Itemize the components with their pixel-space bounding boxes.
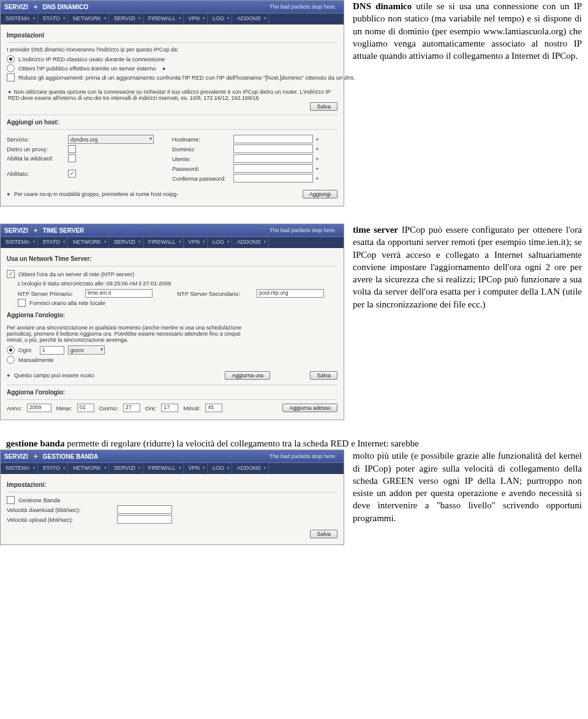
label-ore: Ore:: [145, 405, 156, 412]
aggiorna-adesso-button[interactable]: Aggiorna adesso: [282, 404, 337, 412]
menu-firewall[interactable]: FIREWALL: [143, 463, 184, 474]
menu-servizi[interactable]: SERVIZI: [109, 463, 143, 474]
fornisci-checkbox-row[interactable]: Fornisci orario alla rete locale: [7, 299, 337, 307]
save-button[interactable]: Salva: [310, 530, 337, 538]
menu-vpn[interactable]: VPN: [184, 13, 208, 24]
checkbox-icon[interactable]: [7, 73, 15, 81]
ore-input[interactable]: 17: [161, 404, 178, 412]
wildcard-checkbox[interactable]: [68, 154, 76, 162]
dns-opt3[interactable]: Riduce gli aggiornamenti: prima di un ag…: [7, 73, 337, 81]
menu-stato[interactable]: STATO: [38, 237, 69, 248]
upload-input[interactable]: [117, 515, 172, 524]
menu-addons[interactable]: ADDONS: [232, 463, 269, 474]
abilitato-checkbox[interactable]: [68, 170, 76, 178]
banda-description: molto più utile (e possibile grazie alle…: [353, 450, 588, 524]
radio-icon[interactable]: [7, 346, 15, 354]
menu-vpn[interactable]: VPN: [184, 237, 208, 248]
info-dot-icon: [162, 65, 168, 72]
section-banda: gestione banda permette di regolare (rid…: [0, 437, 588, 545]
panel-title: Impostazioni:: [7, 481, 337, 488]
menu-network[interactable]: NETWORK: [68, 463, 109, 474]
dns-description: DNS dinamico utile se si usa una conness…: [353, 0, 588, 62]
anno-input[interactable]: 2009: [27, 404, 51, 412]
save-button[interactable]: Salva: [310, 102, 337, 111]
menu-sistema[interactable]: SISTEMA: [1, 463, 38, 474]
breadcrumb-a: SERVIZI: [4, 4, 28, 10]
breadcrumb-a: SERVIZI: [4, 227, 28, 234]
main-menu: SISTEMA STATO NETWORK SERVIZI FIREWALL V…: [1, 13, 344, 24]
ogni-value-input[interactable]: 1: [40, 346, 64, 355]
minuti-input[interactable]: 45: [205, 404, 222, 412]
manual-option[interactable]: Manualmente: [7, 356, 255, 364]
menu-sistema[interactable]: SISTEMA: [1, 237, 38, 248]
menu-addons[interactable]: ADDONS: [232, 237, 269, 248]
conferma-input[interactable]: [233, 174, 313, 183]
menu-log[interactable]: LOG: [208, 463, 232, 474]
ogni-unit-select[interactable]: giorni: [68, 345, 105, 355]
label-utente: Utente:: [172, 156, 233, 162]
ntp-primary-input[interactable]: time.ien.it: [85, 289, 153, 298]
menu-log[interactable]: LOG: [208, 237, 232, 248]
menu-addons[interactable]: ADDONS: [232, 13, 269, 24]
label-abilitato: Abilitato:: [7, 170, 68, 177]
hostname-input[interactable]: [233, 135, 313, 143]
main-menu: SISTEMA STATO NETWORK SERVIZI FIREWALL V…: [1, 462, 344, 474]
label-proxy: Dietro un proxy:: [7, 146, 68, 152]
mese-input[interactable]: 01: [77, 404, 94, 412]
label-upload: Velocità upload (kbit/sec):: [7, 516, 117, 523]
aggiorna-help: Per avviare una sincronizzazione in qual…: [7, 325, 255, 343]
save-button[interactable]: Salva: [310, 371, 337, 380]
label-mese: Mese:: [56, 405, 72, 412]
label-wildcard: Abilita la wildcard:: [7, 155, 68, 162]
ogni-option[interactable]: Ogni: 1 giorni: [7, 345, 255, 355]
label-download: Velocità download (kbit/sec):: [7, 506, 117, 513]
radio-icon[interactable]: [7, 356, 15, 364]
aggiorna2-title: Aggiorna l'orologio:: [7, 389, 337, 396]
breadcrumb: SERVIZI ✦ DNS DINAMICO The bad packets s…: [1, 1, 344, 13]
aggiorna-ora-button[interactable]: Aggiorna ora: [225, 371, 270, 380]
breadcrumb-a: SERVIZI: [4, 453, 28, 460]
banda-checkbox-row[interactable]: Gestione Banda: [7, 496, 337, 504]
section-dns: IP Cop 1.4.18 SERVIZI ✦ DNS DINAMICO The…: [0, 0, 588, 206]
breadcrumb: SERVIZI ✦ GESTIONE BANDA The bad packets…: [1, 450, 344, 462]
radio-icon[interactable]: [7, 55, 15, 63]
time-description: time server IPCop può essere configurato…: [353, 224, 588, 311]
checkbox-icon[interactable]: [7, 496, 15, 504]
screenshot-banda: IP Cop 1.4.18 SERVIZI ✦ GESTIONE BANDA T…: [0, 450, 344, 545]
breadcrumb-sep: ✦: [33, 453, 38, 460]
radio-icon[interactable]: [7, 64, 15, 72]
label-servizio: Servizio:: [7, 136, 68, 143]
sync-text: L'orologio è stato sincronizzato alle: 0…: [7, 280, 337, 287]
password-input[interactable]: [233, 164, 313, 173]
tagline: The bad packets stop here.: [270, 453, 340, 459]
menu-network[interactable]: NETWORK: [68, 237, 109, 248]
dominio-input[interactable]: [233, 145, 313, 153]
dns-opt2[interactable]: Ottieni l'IP pubblico effettivo tramite …: [7, 64, 337, 72]
menu-stato[interactable]: STATO: [38, 13, 69, 24]
menu-vpn[interactable]: VPN: [184, 463, 208, 474]
plus-icon: +: [315, 165, 319, 172]
ntp-secondary-input[interactable]: pool.ntp.org: [257, 289, 324, 298]
proxy-checkbox[interactable]: [68, 145, 76, 153]
menu-log[interactable]: LOG: [208, 13, 232, 24]
label-anno: Anno:: [7, 405, 22, 412]
servizio-select[interactable]: dyndns.org: [68, 135, 154, 144]
label-giorno: Giorno:: [99, 405, 118, 412]
menu-sistema[interactable]: SISTEMA: [1, 13, 38, 24]
menu-servizi[interactable]: SERVIZI: [109, 237, 143, 248]
menu-firewall[interactable]: FIREWALL: [143, 237, 184, 248]
time-opt-ntp[interactable]: Ottieni l'ora da un server di rete (NTP …: [7, 270, 337, 278]
breadcrumb-b: TIME SERVER: [43, 227, 85, 234]
add-button[interactable]: Aggiungi: [303, 190, 337, 198]
download-input[interactable]: [117, 505, 172, 514]
giorno-input[interactable]: 27: [123, 404, 140, 412]
screenshot-time: IP Cop 1.4.18 SERVIZI ✦ TIME SERVER The …: [0, 224, 344, 420]
menu-firewall[interactable]: FIREWALL: [143, 13, 184, 24]
checkbox-icon[interactable]: [7, 270, 15, 278]
menu-servizi[interactable]: SERVIZI: [109, 13, 143, 24]
utente-input[interactable]: [233, 154, 313, 163]
menu-stato[interactable]: STATO: [38, 463, 69, 474]
dns-opt1[interactable]: L'indirizzo IP RED classico usato durant…: [7, 55, 337, 63]
menu-network[interactable]: NETWORK: [68, 13, 109, 24]
checkbox-icon[interactable]: [18, 299, 26, 307]
